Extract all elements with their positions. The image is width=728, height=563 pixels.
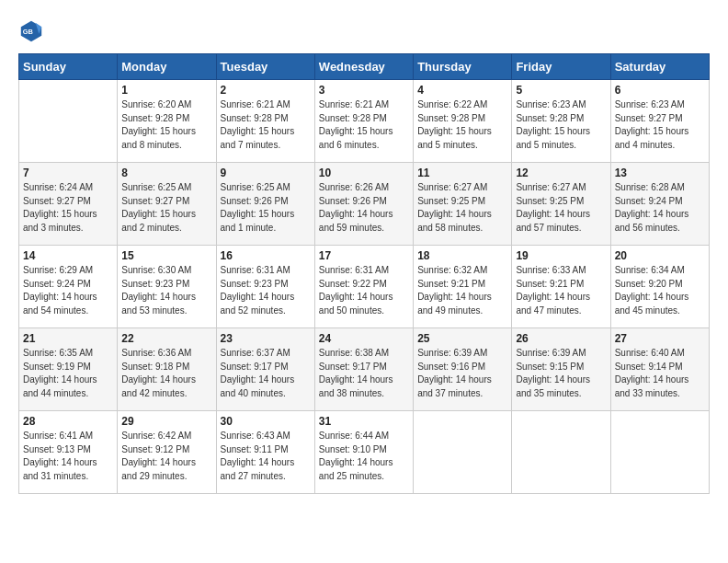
cell-content: Sunrise: 6:22 AM Sunset: 9:28 PM Dayligh…	[417, 98, 507, 152]
cell-content: Sunrise: 6:23 AM Sunset: 9:27 PM Dayligh…	[615, 98, 705, 152]
day-number: 26	[516, 332, 606, 345]
cell-content: Sunrise: 6:27 AM Sunset: 9:25 PM Dayligh…	[417, 181, 507, 235]
calendar-cell	[512, 411, 610, 494]
day-number: 24	[319, 332, 409, 345]
day-header-wednesday: Wednesday	[314, 54, 413, 80]
cell-content: Sunrise: 6:24 AM Sunset: 9:27 PM Dayligh…	[23, 181, 113, 235]
page-header: GB	[18, 18, 710, 44]
day-number: 14	[23, 249, 113, 262]
cell-content: Sunrise: 6:40 AM Sunset: 9:14 PM Dayligh…	[615, 347, 705, 400]
day-number: 20	[615, 249, 705, 262]
calendar-cell: 22Sunrise: 6:36 AM Sunset: 9:18 PM Dayli…	[118, 328, 216, 411]
day-number: 21	[23, 332, 113, 345]
day-number: 5	[516, 84, 606, 97]
day-number: 31	[319, 415, 409, 428]
calendar-cell: 29Sunrise: 6:42 AM Sunset: 9:12 PM Dayli…	[118, 411, 216, 494]
day-number: 11	[417, 167, 507, 179]
calendar-cell: 18Sunrise: 6:32 AM Sunset: 9:21 PM Dayli…	[414, 246, 512, 328]
day-number: 7	[23, 167, 113, 179]
cell-content: Sunrise: 6:26 AM Sunset: 9:26 PM Dayligh…	[319, 181, 409, 235]
calendar-cell: 12Sunrise: 6:27 AM Sunset: 9:25 PM Dayli…	[512, 163, 610, 246]
calendar-cell: 16Sunrise: 6:31 AM Sunset: 9:23 PM Dayli…	[216, 246, 314, 328]
cell-content: Sunrise: 6:35 AM Sunset: 9:19 PM Dayligh…	[23, 347, 113, 400]
cell-content: Sunrise: 6:30 AM Sunset: 9:23 PM Dayligh…	[121, 264, 211, 317]
day-number: 19	[516, 249, 606, 262]
calendar-cell: 7Sunrise: 6:24 AM Sunset: 9:27 PM Daylig…	[19, 163, 118, 246]
calendar-cell: 1Sunrise: 6:20 AM Sunset: 9:28 PM Daylig…	[118, 80, 216, 163]
logo-icon: GB	[18, 18, 44, 44]
day-number: 22	[121, 332, 211, 345]
calendar-cell	[610, 411, 709, 494]
calendar-cell: 25Sunrise: 6:39 AM Sunset: 9:16 PM Dayli…	[414, 328, 512, 411]
day-number: 23	[221, 332, 311, 345]
calendar-cell: 14Sunrise: 6:29 AM Sunset: 9:24 PM Dayli…	[19, 246, 118, 328]
calendar-cell: 8Sunrise: 6:25 AM Sunset: 9:27 PM Daylig…	[118, 163, 216, 246]
cell-content: Sunrise: 6:36 AM Sunset: 9:18 PM Dayligh…	[121, 347, 211, 400]
day-number: 2	[221, 84, 311, 97]
day-header-tuesday: Tuesday	[216, 54, 314, 80]
day-number: 17	[319, 249, 409, 262]
cell-content: Sunrise: 6:29 AM Sunset: 9:24 PM Dayligh…	[23, 264, 113, 317]
calendar-cell: 15Sunrise: 6:30 AM Sunset: 9:23 PM Dayli…	[118, 246, 216, 328]
calendar-cell: 2Sunrise: 6:21 AM Sunset: 9:28 PM Daylig…	[216, 80, 314, 163]
day-number: 4	[417, 84, 507, 97]
calendar-cell: 9Sunrise: 6:25 AM Sunset: 9:26 PM Daylig…	[216, 163, 314, 246]
calendar-cell: 23Sunrise: 6:37 AM Sunset: 9:17 PM Dayli…	[216, 328, 314, 411]
cell-content: Sunrise: 6:25 AM Sunset: 9:27 PM Dayligh…	[121, 181, 211, 235]
calendar-cell: 21Sunrise: 6:35 AM Sunset: 9:19 PM Dayli…	[19, 328, 118, 411]
svg-text:GB: GB	[23, 28, 34, 36]
day-number: 18	[417, 249, 507, 262]
cell-content: Sunrise: 6:32 AM Sunset: 9:21 PM Dayligh…	[417, 264, 507, 317]
cell-content: Sunrise: 6:28 AM Sunset: 9:24 PM Dayligh…	[615, 181, 705, 235]
day-header-saturday: Saturday	[610, 54, 709, 80]
cell-content: Sunrise: 6:44 AM Sunset: 9:10 PM Dayligh…	[319, 430, 409, 483]
cell-content: Sunrise: 6:37 AM Sunset: 9:17 PM Dayligh…	[221, 347, 311, 400]
cell-content: Sunrise: 6:38 AM Sunset: 9:17 PM Dayligh…	[319, 347, 409, 400]
day-number: 1	[121, 84, 211, 97]
calendar-cell: 6Sunrise: 6:23 AM Sunset: 9:27 PM Daylig…	[610, 80, 709, 163]
day-number: 6	[615, 84, 705, 97]
day-number: 15	[121, 249, 211, 262]
day-number: 29	[121, 415, 211, 428]
calendar-cell: 10Sunrise: 6:26 AM Sunset: 9:26 PM Dayli…	[314, 163, 413, 246]
calendar-cell	[19, 80, 118, 163]
week-row-5: 28Sunrise: 6:41 AM Sunset: 9:13 PM Dayli…	[19, 411, 710, 494]
week-row-4: 21Sunrise: 6:35 AM Sunset: 9:19 PM Dayli…	[19, 328, 710, 411]
week-row-2: 7Sunrise: 6:24 AM Sunset: 9:27 PM Daylig…	[19, 163, 710, 246]
day-header-sunday: Sunday	[19, 54, 118, 80]
week-row-3: 14Sunrise: 6:29 AM Sunset: 9:24 PM Dayli…	[19, 246, 710, 328]
day-number: 30	[221, 415, 311, 428]
calendar-cell: 31Sunrise: 6:44 AM Sunset: 9:10 PM Dayli…	[314, 411, 413, 494]
calendar-cell: 19Sunrise: 6:33 AM Sunset: 9:21 PM Dayli…	[512, 246, 610, 328]
cell-content: Sunrise: 6:39 AM Sunset: 9:15 PM Dayligh…	[516, 347, 606, 400]
cell-content: Sunrise: 6:21 AM Sunset: 9:28 PM Dayligh…	[221, 98, 311, 152]
cell-content: Sunrise: 6:31 AM Sunset: 9:22 PM Dayligh…	[319, 264, 409, 317]
day-number: 8	[121, 167, 211, 179]
calendar-cell: 24Sunrise: 6:38 AM Sunset: 9:17 PM Dayli…	[314, 328, 413, 411]
cell-content: Sunrise: 6:31 AM Sunset: 9:23 PM Dayligh…	[221, 264, 311, 317]
day-number: 16	[221, 249, 311, 262]
calendar-cell: 4Sunrise: 6:22 AM Sunset: 9:28 PM Daylig…	[414, 80, 512, 163]
day-number: 3	[319, 84, 409, 97]
cell-content: Sunrise: 6:25 AM Sunset: 9:26 PM Dayligh…	[221, 181, 311, 235]
cell-content: Sunrise: 6:20 AM Sunset: 9:28 PM Dayligh…	[121, 98, 211, 152]
calendar-table: SundayMondayTuesdayWednesdayThursdayFrid…	[18, 53, 710, 494]
calendar-cell: 3Sunrise: 6:21 AM Sunset: 9:28 PM Daylig…	[314, 80, 413, 163]
calendar-cell: 17Sunrise: 6:31 AM Sunset: 9:22 PM Dayli…	[314, 246, 413, 328]
calendar-cell: 28Sunrise: 6:41 AM Sunset: 9:13 PM Dayli…	[19, 411, 118, 494]
day-number: 12	[516, 167, 606, 179]
cell-content: Sunrise: 6:41 AM Sunset: 9:13 PM Dayligh…	[23, 430, 113, 483]
day-number: 27	[615, 332, 705, 345]
day-number: 25	[417, 332, 507, 345]
calendar-cell: 5Sunrise: 6:23 AM Sunset: 9:28 PM Daylig…	[512, 80, 610, 163]
cell-content: Sunrise: 6:43 AM Sunset: 9:11 PM Dayligh…	[221, 430, 311, 483]
day-header-friday: Friday	[512, 54, 610, 80]
week-row-1: 1Sunrise: 6:20 AM Sunset: 9:28 PM Daylig…	[19, 80, 710, 163]
calendar-cell	[414, 411, 512, 494]
day-number: 28	[23, 415, 113, 428]
calendar-cell: 11Sunrise: 6:27 AM Sunset: 9:25 PM Dayli…	[414, 163, 512, 246]
calendar-cell: 27Sunrise: 6:40 AM Sunset: 9:14 PM Dayli…	[610, 328, 709, 411]
day-header-monday: Monday	[118, 54, 216, 80]
day-number: 9	[221, 167, 311, 179]
cell-content: Sunrise: 6:42 AM Sunset: 9:12 PM Dayligh…	[121, 430, 211, 483]
